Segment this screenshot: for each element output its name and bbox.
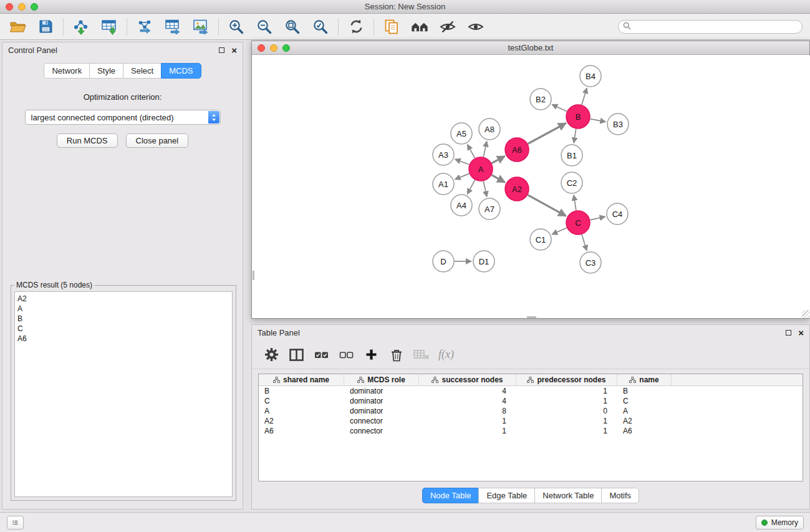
edge-A6-B[interactable] bbox=[528, 123, 566, 144]
show-columns-icon[interactable] bbox=[288, 346, 305, 363]
delete-rows-trash-icon[interactable] bbox=[388, 346, 405, 363]
table-settings-gear-icon[interactable] bbox=[263, 346, 280, 363]
window-resize-grip[interactable] bbox=[802, 310, 810, 318]
edge-B-B1[interactable] bbox=[574, 129, 576, 143]
edge-A-A2[interactable] bbox=[492, 175, 505, 183]
edge-C-C4[interactable] bbox=[591, 216, 605, 220]
zoom-window-button[interactable] bbox=[31, 3, 38, 11]
edge-A-A7[interactable] bbox=[483, 181, 486, 197]
node-A3[interactable]: A3 bbox=[433, 144, 454, 165]
node-D[interactable]: D bbox=[433, 251, 454, 272]
export-network-icon[interactable] bbox=[136, 18, 153, 36]
node-B[interactable]: B bbox=[566, 105, 590, 128]
close-panel-icon[interactable]: × bbox=[231, 47, 237, 53]
zoom-selected-icon[interactable] bbox=[312, 18, 329, 36]
apply-layout-refresh-icon[interactable] bbox=[347, 18, 365, 36]
close-panel-button[interactable]: Close panel bbox=[126, 133, 189, 148]
task-history-button[interactable] bbox=[7, 516, 24, 530]
tab-edge-table[interactable]: Edge Table bbox=[478, 488, 534, 503]
horizontal-scroll-indicator[interactable] bbox=[527, 316, 536, 318]
function-builder-fx-icon[interactable]: f(x) bbox=[438, 346, 455, 363]
search-input[interactable] bbox=[634, 22, 798, 31]
deselect-all-checkboxes-icon[interactable] bbox=[338, 346, 355, 363]
edge-A2-C[interactable] bbox=[528, 195, 566, 216]
edge-A-A6[interactable] bbox=[492, 156, 505, 163]
mcds-result-item[interactable]: A2 bbox=[17, 294, 229, 304]
edge-A-A5[interactable] bbox=[468, 145, 475, 158]
edge-C-C3[interactable] bbox=[582, 235, 587, 251]
node-B4[interactable]: B4 bbox=[580, 65, 601, 87]
column-header-successor-nodes[interactable]: successor nodes bbox=[419, 374, 516, 385]
node-B3[interactable]: B3 bbox=[607, 114, 629, 135]
float-table-panel-icon[interactable] bbox=[786, 330, 791, 336]
import-table-file-icon[interactable] bbox=[100, 18, 118, 36]
mcds-result-item[interactable]: B bbox=[17, 314, 229, 324]
node-A1[interactable]: A1 bbox=[433, 173, 454, 195]
column-header-predecessor-nodes[interactable]: predecessor nodes bbox=[516, 374, 617, 385]
table-row[interactable]: Bdominator41B bbox=[259, 386, 803, 396]
select-all-checkboxes-icon[interactable] bbox=[313, 346, 330, 363]
table-row[interactable]: Cdominator41C bbox=[259, 396, 803, 406]
tab-select[interactable]: Select bbox=[123, 63, 161, 79]
table-row[interactable]: Adominator80A bbox=[259, 406, 803, 416]
clone-network-icon[interactable] bbox=[383, 18, 400, 36]
add-row-plus-icon[interactable] bbox=[363, 346, 380, 363]
edge-B-B2[interactable] bbox=[552, 105, 567, 112]
import-network-file-icon[interactable] bbox=[72, 18, 90, 36]
node-A5[interactable]: A5 bbox=[451, 123, 472, 144]
node-C4[interactable]: C4 bbox=[607, 203, 628, 225]
zoom-in-icon[interactable] bbox=[228, 18, 245, 36]
memory-button[interactable]: Memory bbox=[756, 516, 804, 530]
edge-B-B3[interactable] bbox=[591, 119, 606, 122]
node-C[interactable]: C bbox=[566, 211, 590, 235]
criterion-dropdown[interactable]: largest connected component (directed) bbox=[25, 110, 221, 125]
mcds-result-item[interactable]: A bbox=[17, 304, 229, 314]
show-details-eye-icon[interactable] bbox=[467, 18, 485, 36]
export-image-icon[interactable] bbox=[192, 18, 210, 36]
float-panel-icon[interactable] bbox=[219, 47, 224, 53]
node-B1[interactable]: B1 bbox=[561, 145, 582, 166]
table-row[interactable]: A2connector11A2 bbox=[259, 416, 803, 426]
network-close-button[interactable] bbox=[258, 44, 265, 52]
edge-A-A8[interactable] bbox=[483, 142, 486, 157]
save-session-icon[interactable] bbox=[37, 18, 54, 36]
export-table-icon[interactable] bbox=[164, 18, 181, 36]
node-A7[interactable]: A7 bbox=[479, 198, 500, 220]
run-mcds-button[interactable]: Run MCDS bbox=[57, 133, 118, 148]
open-session-icon[interactable] bbox=[9, 18, 26, 36]
zoom-fit-icon[interactable] bbox=[284, 18, 301, 36]
tab-network-table[interactable]: Network Table bbox=[534, 488, 601, 503]
node-B2[interactable]: B2 bbox=[530, 89, 551, 110]
column-header-MCDS-role[interactable]: MCDS role bbox=[344, 374, 419, 385]
mcds-result-item[interactable]: C bbox=[17, 324, 229, 334]
node-C2[interactable]: C2 bbox=[561, 172, 582, 193]
node-A[interactable]: A bbox=[469, 157, 493, 181]
node-A6[interactable]: A6 bbox=[505, 138, 529, 162]
tab-node-table[interactable]: Node Table bbox=[422, 488, 479, 503]
edge-A-A1[interactable] bbox=[455, 173, 470, 179]
minimize-window-button[interactable] bbox=[18, 3, 26, 11]
hide-details-icon[interactable] bbox=[439, 18, 456, 36]
close-table-panel-icon[interactable]: × bbox=[798, 330, 804, 336]
node-A8[interactable]: A8 bbox=[479, 118, 500, 140]
close-window-button[interactable] bbox=[6, 3, 13, 11]
edge-C-C1[interactable] bbox=[552, 228, 567, 235]
node-A2[interactable]: A2 bbox=[505, 177, 529, 201]
tab-mcds[interactable]: MCDS bbox=[161, 63, 201, 79]
edge-B-B4[interactable] bbox=[582, 88, 587, 105]
network-canvas[interactable]: B4B2BB3A5A8A6B1A3AC2A1A2A4A7C4CC1C3DD1 bbox=[253, 56, 810, 318]
tab-style[interactable]: Style bbox=[89, 63, 123, 79]
edge-A-A3[interactable] bbox=[455, 159, 470, 165]
edge-A-A4[interactable] bbox=[467, 180, 475, 195]
table-row[interactable]: A6connector11A6 bbox=[259, 426, 803, 436]
zoom-out-icon[interactable] bbox=[256, 18, 273, 36]
first-neighbors-home-icon[interactable] bbox=[411, 18, 428, 36]
network-minimize-button[interactable] bbox=[270, 44, 277, 52]
node-C3[interactable]: C3 bbox=[580, 252, 601, 273]
node-A4[interactable]: A4 bbox=[451, 195, 472, 216]
delete-table-icon[interactable] bbox=[413, 346, 430, 363]
tab-network[interactable]: Network bbox=[44, 63, 89, 79]
edge-C-C2[interactable] bbox=[574, 195, 576, 210]
mcds-result-list[interactable]: A2ABCA6 bbox=[14, 291, 233, 497]
node-C1[interactable]: C1 bbox=[530, 229, 551, 250]
